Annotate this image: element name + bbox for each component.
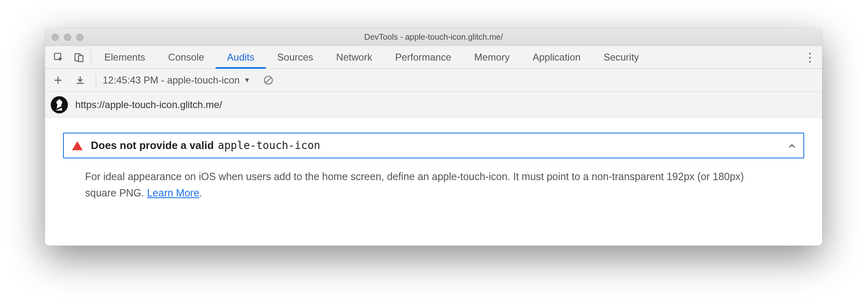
audit-item[interactable]: Does not provide a valid apple-touch-ico… (63, 133, 804, 158)
traffic-lights (52, 34, 83, 41)
tab-label: Memory (474, 52, 510, 63)
new-audit-icon[interactable] (49, 76, 67, 85)
download-report-icon[interactable] (71, 76, 89, 85)
tab-performance[interactable]: Performance (384, 46, 463, 68)
clear-all-icon[interactable] (259, 75, 277, 86)
audit-title: Does not provide a valid apple-touch-ico… (91, 139, 320, 152)
tab-audits[interactable]: Audits (216, 46, 266, 68)
audits-toolbar: 12:45:43 PM - apple-touch-icon ▼ (45, 69, 822, 92)
report-selector-label: 12:45:43 PM - apple-touch-icon (103, 74, 240, 86)
window-title: DevTools - apple-touch-icon.glitch.me/ (45, 32, 822, 42)
tab-sources[interactable]: Sources (266, 46, 325, 68)
more-options-icon[interactable]: ⋮ (798, 46, 822, 68)
tab-security[interactable]: Security (592, 46, 650, 68)
lighthouse-icon (51, 96, 68, 113)
chevron-down-icon: ▼ (244, 77, 250, 84)
toggle-device-toolbar-icon[interactable] (69, 46, 89, 68)
close-dot[interactable] (52, 34, 59, 41)
devtools-tabbar: Elements Console Audits Sources Network … (45, 46, 822, 69)
tab-label: Elements (104, 52, 145, 63)
audit-content: Does not provide a valid apple-touch-ico… (45, 118, 822, 246)
audit-description: For ideal appearance on iOS when users a… (63, 168, 750, 201)
tab-label: Application (533, 52, 580, 63)
svg-rect-4 (57, 104, 61, 105)
window-titlebar: DevTools - apple-touch-icon.glitch.me/ (45, 29, 822, 46)
report-selector[interactable]: 12:45:43 PM - apple-touch-icon ▼ (103, 74, 250, 86)
tab-label: Security (603, 52, 639, 63)
tab-label: Performance (395, 52, 451, 63)
inspect-element-icon[interactable] (48, 46, 69, 68)
devtools-window: DevTools - apple-touch-icon.glitch.me/ E… (45, 29, 822, 246)
zoom-dot[interactable] (76, 34, 83, 41)
audited-url: https://apple-touch-icon.glitch.me/ (75, 99, 222, 111)
learn-more-link[interactable]: Learn More (147, 187, 199, 199)
tab-console[interactable]: Console (157, 46, 216, 68)
chevron-up-icon[interactable] (788, 142, 796, 150)
audit-url-row: https://apple-touch-icon.glitch.me/ (45, 92, 822, 118)
audit-title-text: Does not provide a valid (91, 139, 214, 152)
audit-title-code: apple-touch-icon (218, 139, 320, 151)
tab-label: Audits (227, 52, 254, 63)
toolbar-divider (96, 73, 96, 87)
svg-rect-2 (79, 55, 83, 61)
fail-triangle-icon (72, 141, 83, 150)
tab-label: Network (336, 52, 372, 63)
tab-memory[interactable]: Memory (463, 46, 521, 68)
tab-label: Console (168, 52, 204, 63)
tab-network[interactable]: Network (325, 46, 384, 68)
tab-application[interactable]: Application (521, 46, 592, 68)
tab-elements[interactable]: Elements (93, 46, 157, 68)
tabbar-divider (91, 49, 91, 65)
tab-label: Sources (277, 52, 313, 63)
audit-description-suffix: . (199, 187, 202, 199)
minimize-dot[interactable] (64, 34, 71, 41)
